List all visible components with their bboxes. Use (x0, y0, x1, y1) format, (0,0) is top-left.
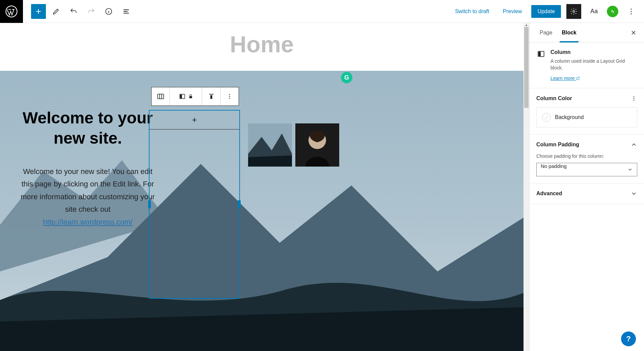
scrollbar-thumb[interactable] (524, 27, 529, 108)
more-options-button[interactable] (624, 4, 639, 19)
panel-padding-toggle[interactable]: Column Padding (536, 141, 637, 148)
block-description: Column A column used inside a Layout Gri… (530, 42, 644, 88)
chevron-up-icon (630, 141, 637, 148)
svg-point-4 (630, 11, 632, 12)
block-name: Column (551, 49, 637, 55)
svg-rect-8 (180, 95, 182, 98)
editor-canvas[interactable]: Home G + (0, 23, 524, 351)
wordpress-logo[interactable] (0, 0, 23, 23)
gallery-image-mountain[interactable] (248, 123, 292, 167)
chevron-down-icon (627, 167, 633, 172)
undo-button[interactable] (66, 4, 81, 19)
svg-rect-9 (189, 96, 192, 98)
editor-main: Home G + (0, 23, 644, 351)
svg-point-21 (634, 98, 635, 99)
svg-rect-6 (158, 94, 164, 99)
sidebar-tabs: Page Block (530, 23, 644, 42)
resize-handle-right[interactable] (238, 200, 241, 208)
panel-color-title: Column Color (536, 95, 572, 101)
selected-column[interactable]: + (149, 110, 240, 299)
info-button[interactable] (101, 4, 116, 19)
settings-sidebar: Page Block Column A column used inside a… (529, 23, 644, 351)
column-lock-button[interactable] (170, 87, 202, 106)
page-title[interactable]: Home (0, 23, 524, 71)
padding-select[interactable]: No padding (536, 163, 637, 176)
column-icon (536, 49, 546, 59)
color-more-icon[interactable] (630, 95, 637, 102)
svg-rect-19 (538, 52, 541, 56)
toolbar-left (23, 4, 134, 19)
welcome-heading[interactable]: Welcome to your new site. (20, 108, 155, 148)
preview-link[interactable]: Preview (499, 6, 526, 17)
svg-point-20 (634, 96, 635, 97)
background-label: Background (555, 114, 584, 120)
align-button[interactable] (202, 87, 220, 106)
svg-point-5 (630, 13, 632, 14)
resize-handle-left[interactable] (148, 200, 151, 208)
hero-section: Welcome to your new site. Welcome to you… (0, 71, 524, 347)
listview-button[interactable] (119, 4, 134, 19)
panel-column-color: Column Color Background (530, 88, 644, 135)
edit-tool-button[interactable] (49, 4, 63, 19)
svg-point-22 (634, 100, 635, 101)
settings-button[interactable] (566, 4, 581, 19)
svg-point-11 (229, 94, 230, 95)
block-toolbar (151, 87, 239, 106)
grammarly-badge[interactable]: G (341, 72, 352, 83)
jetpack-button[interactable] (607, 6, 618, 17)
redo-button[interactable] (84, 4, 99, 19)
typography-button[interactable]: Aa (587, 8, 601, 15)
svg-point-13 (229, 98, 230, 99)
panel-advanced: Advanced (530, 183, 644, 204)
svg-point-3 (630, 8, 632, 9)
panel-advanced-toggle[interactable]: Advanced (536, 190, 637, 197)
help-fab[interactable]: ? (621, 331, 636, 346)
panel-column-padding: Column Padding Choose padding for this c… (530, 135, 644, 183)
editor-topbar: Switch to draft Preview Update Aa (0, 0, 644, 23)
add-block-button[interactable] (31, 4, 46, 19)
tab-block[interactable]: Block (557, 23, 581, 42)
block-more-button[interactable] (220, 87, 239, 106)
svg-rect-10 (210, 95, 212, 99)
tab-page[interactable]: Page (535, 23, 557, 42)
learn-link[interactable]: http://learn.wordpress.com/ (43, 218, 132, 226)
gallery-image-portrait[interactable] (295, 123, 339, 167)
svg-point-12 (229, 96, 230, 97)
svg-point-2 (573, 10, 575, 12)
chevron-down-icon (630, 190, 637, 197)
lock-icon (188, 94, 193, 99)
block-appender[interactable]: + (150, 111, 239, 129)
welcome-block[interactable]: Welcome to your new site. Welcome to you… (20, 108, 155, 228)
switch-to-draft-link[interactable]: Switch to draft (451, 6, 493, 17)
color-swatch-none (542, 113, 551, 122)
parent-columns-button[interactable] (152, 87, 170, 106)
close-sidebar-button[interactable] (628, 28, 639, 38)
welcome-paragraph[interactable]: Welcome to your new site! You can edit t… (20, 165, 155, 228)
learn-more-link[interactable]: Learn more (551, 76, 580, 81)
canvas-wrap: Home G + (0, 23, 529, 351)
background-color-row[interactable]: Background (536, 107, 637, 127)
update-button[interactable]: Update (531, 5, 561, 18)
canvas-scrollbar[interactable]: ▴ (524, 23, 529, 351)
padding-help: Choose padding for this column: (536, 153, 637, 159)
block-desc: A column used inside a Layout Grid block… (551, 58, 637, 71)
toolbar-right: Switch to draft Preview Update Aa (451, 4, 644, 19)
